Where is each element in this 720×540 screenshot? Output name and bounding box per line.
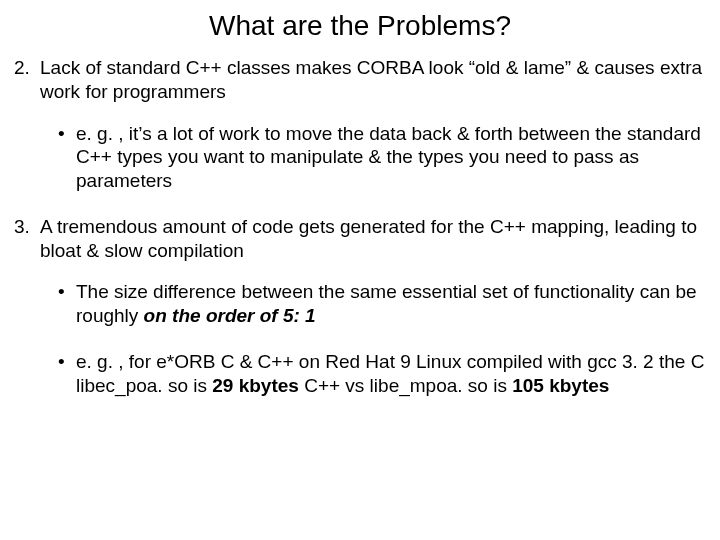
text-run-bold: on the order of 5: 1 (144, 305, 316, 326)
list-text: e. g. , it’s a lot of work to move the d… (76, 122, 706, 193)
bullet-icon: • (58, 350, 76, 398)
list-text: e. g. , for e*ORB C & C++ on Red Hat 9 L… (76, 350, 706, 398)
text-run-bold: 29 kbytes (212, 375, 299, 396)
text-run-bold: 105 kbytes (512, 375, 609, 396)
slide-title: What are the Problems? (14, 10, 706, 42)
text-run: C++ vs libe_mpoa. so is (299, 375, 512, 396)
slide: What are the Problems? 2. Lack of standa… (0, 0, 720, 540)
list-item-2: 2. Lack of standard C++ classes makes CO… (14, 56, 706, 104)
bullet-icon: • (58, 122, 76, 193)
list-marker: 2. (14, 56, 40, 104)
list-item-3-sub1: • The size difference between the same e… (14, 280, 706, 328)
list-marker: 3. (14, 215, 40, 263)
list-item-3: 3. A tremendous amount of code gets gene… (14, 215, 706, 263)
bullet-icon: • (58, 280, 76, 328)
list-item-3-sub2: • e. g. , for e*ORB C & C++ on Red Hat 9… (14, 350, 706, 398)
list-text: A tremendous amount of code gets generat… (40, 215, 706, 263)
list-text: Lack of standard C++ classes makes CORBA… (40, 56, 706, 104)
list-item-2-sub1: • e. g. , it’s a lot of work to move the… (14, 122, 706, 193)
list-text: The size difference between the same ess… (76, 280, 706, 328)
